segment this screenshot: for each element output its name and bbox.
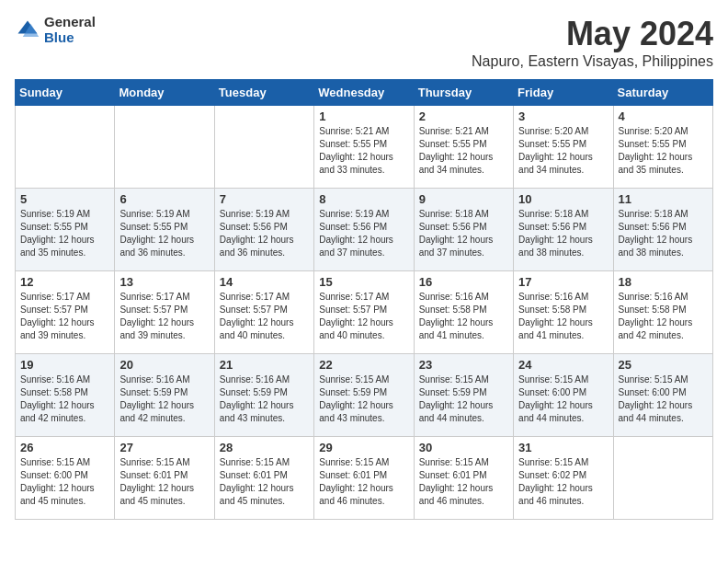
day-info: Sunrise: 5:17 AM Sunset: 5:57 PM Dayligh… <box>119 291 209 342</box>
header-cell-tuesday: Tuesday <box>214 80 313 106</box>
calendar-cell: 1Sunrise: 5:21 AM Sunset: 5:55 PM Daylig… <box>314 106 414 189</box>
week-row-2: 5Sunrise: 5:19 AM Sunset: 5:55 PM Daylig… <box>16 189 713 271</box>
day-number: 24 <box>518 358 608 372</box>
day-info: Sunrise: 5:19 AM Sunset: 5:55 PM Dayligh… <box>20 208 109 259</box>
header-cell-friday: Friday <box>514 80 613 106</box>
day-info: Sunrise: 5:17 AM Sunset: 5:57 PM Dayligh… <box>319 291 408 342</box>
day-info: Sunrise: 5:21 AM Sunset: 5:55 PM Dayligh… <box>419 125 508 177</box>
day-info: Sunrise: 5:16 AM Sunset: 5:58 PM Dayligh… <box>20 373 109 425</box>
calendar-cell: 29Sunrise: 5:15 AM Sunset: 6:01 PM Dayli… <box>314 437 414 520</box>
subtitle: Napuro, Eastern Visayas, Philippines <box>472 53 713 70</box>
calendar-cell: 10Sunrise: 5:18 AM Sunset: 5:56 PM Dayli… <box>514 189 613 271</box>
day-info: Sunrise: 5:18 AM Sunset: 5:56 PM Dayligh… <box>419 208 508 259</box>
day-number: 23 <box>419 358 508 372</box>
calendar-cell <box>115 106 214 189</box>
main-title: May 2024 <box>472 15 713 53</box>
day-info: Sunrise: 5:21 AM Sunset: 5:55 PM Dayligh… <box>319 125 408 177</box>
day-number: 28 <box>220 441 309 454</box>
day-info: Sunrise: 5:19 AM Sunset: 5:56 PM Dayligh… <box>220 208 309 259</box>
calendar-cell: 7Sunrise: 5:19 AM Sunset: 5:56 PM Daylig… <box>214 189 313 271</box>
day-info: Sunrise: 5:16 AM Sunset: 5:58 PM Dayligh… <box>518 291 608 342</box>
day-number: 3 <box>518 109 608 123</box>
day-number: 11 <box>619 192 708 206</box>
header-cell-saturday: Saturday <box>613 80 712 106</box>
week-row-1: 1Sunrise: 5:21 AM Sunset: 5:55 PM Daylig… <box>16 106 713 189</box>
calendar-cell: 8Sunrise: 5:19 AM Sunset: 5:56 PM Daylig… <box>314 189 414 271</box>
day-info: Sunrise: 5:15 AM Sunset: 5:59 PM Dayligh… <box>419 373 508 425</box>
day-info: Sunrise: 5:18 AM Sunset: 5:56 PM Dayligh… <box>518 208 608 259</box>
day-info: Sunrise: 5:15 AM Sunset: 6:01 PM Dayligh… <box>220 456 309 508</box>
calendar-cell <box>613 437 712 520</box>
week-row-5: 26Sunrise: 5:15 AM Sunset: 6:00 PM Dayli… <box>16 437 713 520</box>
day-info: Sunrise: 5:15 AM Sunset: 6:00 PM Dayligh… <box>20 456 109 508</box>
day-number: 21 <box>220 358 309 372</box>
calendar-cell: 5Sunrise: 5:19 AM Sunset: 5:55 PM Daylig… <box>16 189 115 271</box>
page-header: General Blue May 2024 Napuro, Eastern Vi… <box>15 15 713 70</box>
calendar-cell: 11Sunrise: 5:18 AM Sunset: 5:56 PM Dayli… <box>613 189 712 271</box>
calendar-cell: 30Sunrise: 5:15 AM Sunset: 6:01 PM Dayli… <box>414 437 513 520</box>
logo-icon <box>15 17 40 43</box>
day-number: 19 <box>20 358 109 372</box>
header-cell-monday: Monday <box>115 80 214 106</box>
day-number: 26 <box>20 441 109 454</box>
day-number: 30 <box>419 441 508 454</box>
calendar-cell: 26Sunrise: 5:15 AM Sunset: 6:00 PM Dayli… <box>16 437 115 520</box>
calendar-cell: 4Sunrise: 5:20 AM Sunset: 5:55 PM Daylig… <box>613 106 712 189</box>
calendar-cell: 18Sunrise: 5:16 AM Sunset: 5:58 PM Dayli… <box>613 271 712 354</box>
week-row-4: 19Sunrise: 5:16 AM Sunset: 5:58 PM Dayli… <box>16 354 713 437</box>
calendar-cell: 27Sunrise: 5:15 AM Sunset: 6:01 PM Dayli… <box>115 437 214 520</box>
day-number: 12 <box>20 275 109 289</box>
calendar-cell: 16Sunrise: 5:16 AM Sunset: 5:58 PM Dayli… <box>414 271 513 354</box>
header-cell-thursday: Thursday <box>414 80 513 106</box>
logo-general-text: General <box>44 15 96 30</box>
day-number: 16 <box>419 275 508 289</box>
day-number: 20 <box>119 358 209 372</box>
day-info: Sunrise: 5:20 AM Sunset: 5:55 PM Dayligh… <box>619 125 708 177</box>
calendar-cell: 17Sunrise: 5:16 AM Sunset: 5:58 PM Dayli… <box>514 271 613 354</box>
calendar-cell: 3Sunrise: 5:20 AM Sunset: 5:55 PM Daylig… <box>514 106 613 189</box>
calendar-cell: 9Sunrise: 5:18 AM Sunset: 5:56 PM Daylig… <box>414 189 513 271</box>
day-number: 13 <box>119 275 209 289</box>
day-number: 27 <box>119 441 209 454</box>
calendar-cell: 19Sunrise: 5:16 AM Sunset: 5:58 PM Dayli… <box>16 354 115 437</box>
day-number: 4 <box>619 109 708 123</box>
day-number: 29 <box>319 441 408 454</box>
day-number: 22 <box>319 358 408 372</box>
calendar-cell: 31Sunrise: 5:15 AM Sunset: 6:02 PM Dayli… <box>514 437 613 520</box>
day-info: Sunrise: 5:16 AM Sunset: 5:58 PM Dayligh… <box>419 291 508 342</box>
header-row: SundayMondayTuesdayWednesdayThursdayFrid… <box>16 80 713 106</box>
calendar-table: SundayMondayTuesdayWednesdayThursdayFrid… <box>15 79 713 520</box>
day-info: Sunrise: 5:19 AM Sunset: 5:56 PM Dayligh… <box>319 208 408 259</box>
day-info: Sunrise: 5:18 AM Sunset: 5:56 PM Dayligh… <box>619 208 708 259</box>
calendar-cell <box>16 106 115 189</box>
title-block: May 2024 Napuro, Eastern Visayas, Philip… <box>472 15 713 70</box>
day-number: 18 <box>619 275 708 289</box>
calendar-cell: 23Sunrise: 5:15 AM Sunset: 5:59 PM Dayli… <box>414 354 513 437</box>
calendar-cell: 14Sunrise: 5:17 AM Sunset: 5:57 PM Dayli… <box>214 271 313 354</box>
day-number: 7 <box>220 192 309 206</box>
day-number: 5 <box>20 192 109 206</box>
day-number: 9 <box>419 192 508 206</box>
header-cell-wednesday: Wednesday <box>314 80 414 106</box>
calendar-cell: 2Sunrise: 5:21 AM Sunset: 5:55 PM Daylig… <box>414 106 513 189</box>
day-info: Sunrise: 5:15 AM Sunset: 6:02 PM Dayligh… <box>518 456 608 508</box>
day-info: Sunrise: 5:15 AM Sunset: 6:00 PM Dayligh… <box>518 373 608 425</box>
day-number: 15 <box>319 275 408 289</box>
calendar-cell: 28Sunrise: 5:15 AM Sunset: 6:01 PM Dayli… <box>214 437 313 520</box>
calendar-cell: 13Sunrise: 5:17 AM Sunset: 5:57 PM Dayli… <box>115 271 214 354</box>
day-info: Sunrise: 5:17 AM Sunset: 5:57 PM Dayligh… <box>20 291 109 342</box>
day-number: 31 <box>518 441 608 454</box>
day-number: 6 <box>119 192 209 206</box>
logo-text: General Blue <box>44 15 96 45</box>
day-info: Sunrise: 5:15 AM Sunset: 5:59 PM Dayligh… <box>319 373 408 425</box>
calendar-cell <box>214 106 313 189</box>
day-number: 10 <box>518 192 608 206</box>
calendar-cell: 20Sunrise: 5:16 AM Sunset: 5:59 PM Dayli… <box>115 354 214 437</box>
day-number: 14 <box>220 275 309 289</box>
calendar-cell: 24Sunrise: 5:15 AM Sunset: 6:00 PM Dayli… <box>514 354 613 437</box>
day-info: Sunrise: 5:19 AM Sunset: 5:55 PM Dayligh… <box>119 208 209 259</box>
logo-blue-text: Blue <box>44 30 96 46</box>
calendar-cell: 12Sunrise: 5:17 AM Sunset: 5:57 PM Dayli… <box>16 271 115 354</box>
day-info: Sunrise: 5:15 AM Sunset: 6:00 PM Dayligh… <box>619 373 708 425</box>
day-number: 17 <box>518 275 608 289</box>
